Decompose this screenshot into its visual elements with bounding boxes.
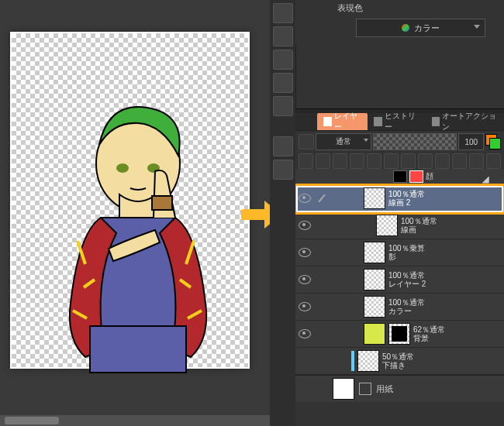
layer-mode: 100％通常 <box>388 190 425 199</box>
tool-button[interactable] <box>273 26 293 46</box>
layers-list: 顔 100％通常線画 2 <box>295 169 504 426</box>
layer-mode: 62％通常 <box>413 325 445 335</box>
layer-name: 線画 <box>401 225 437 235</box>
layers-panel: レイヤー ヒストリー オートアクション 通常 100 <box>295 113 504 426</box>
autoaction-icon <box>432 117 440 126</box>
dropdown-value: カラー <box>414 22 440 34</box>
canvas-scrollbar-horizontal[interactable] <box>0 415 270 426</box>
toolbar-button[interactable] <box>367 153 381 169</box>
layer-thumbnail <box>364 269 385 290</box>
layer-mode: 100％通常 <box>401 217 437 226</box>
layer-mode: 100％通常 <box>388 298 425 307</box>
svg-rect-3 <box>152 196 172 210</box>
layer-row[interactable]: 100％乗算影 <box>295 239 504 266</box>
layer-palette-button[interactable] <box>299 134 314 149</box>
visibility-toggle[interactable] <box>295 221 314 230</box>
layer-effect-icon[interactable]: ◢ <box>482 174 498 190</box>
layer-thumbnail <box>364 323 385 345</box>
blend-mode-dropdown[interactable]: 通常 <box>316 133 372 150</box>
layer-thumbnail <box>364 187 385 209</box>
layer-name: 背景 <box>413 334 445 343</box>
layer-thumbnail <box>364 296 385 318</box>
tool-button[interactable] <box>273 160 293 180</box>
tab-autoaction[interactable]: オートアクション <box>426 113 504 130</box>
layer-color-tag <box>351 351 354 371</box>
history-icon <box>374 117 382 126</box>
tool-button[interactable] <box>273 3 293 23</box>
edit-indicator <box>314 194 330 203</box>
visibility-toggle[interactable] <box>295 194 314 203</box>
layer-toolbar <box>295 153 504 170</box>
blend-row: 通常 100 <box>295 131 504 153</box>
layer-mode: 100％通常 <box>388 271 426 280</box>
expression-panel: 表現色 カラー <box>295 0 504 45</box>
eye-icon <box>299 248 311 257</box>
paper-swatch <box>333 378 354 400</box>
layer-mode: 100％乗算 <box>388 244 425 253</box>
chevron-down-icon <box>364 139 368 142</box>
eye-icon <box>299 275 311 284</box>
layer-thumbnail <box>364 242 385 263</box>
toolbar-button[interactable] <box>452 153 467 169</box>
layer-row[interactable]: 100％通常線画 2 <box>295 185 504 212</box>
artwork-character <box>39 94 236 380</box>
paper-layer[interactable]: 用紙 <box>295 375 504 402</box>
eye-icon <box>299 329 311 338</box>
layer-name: 下描き <box>382 361 414 370</box>
panel-tabbar: レイヤー ヒストリー オートアクション <box>295 113 504 131</box>
layer-thumbnail <box>393 170 407 183</box>
color-swatches[interactable] <box>485 134 501 149</box>
layer-thumbnail <box>357 350 379 372</box>
vertical-toolbar <box>270 0 296 426</box>
canvas-area <box>0 0 270 426</box>
tool-button[interactable] <box>273 136 293 156</box>
tool-button[interactable] <box>273 73 293 93</box>
opacity-value[interactable]: 100 <box>458 133 484 150</box>
paper-label: 用紙 <box>376 383 393 395</box>
toolbar-button[interactable] <box>469 153 484 169</box>
layer-name: 顔 <box>426 172 433 181</box>
toolbar-button[interactable] <box>333 153 347 169</box>
toolbar-button[interactable] <box>350 153 364 169</box>
layer-mask-thumbnail <box>388 323 410 345</box>
tool-button[interactable] <box>273 50 293 70</box>
svg-point-1 <box>116 163 129 173</box>
paper-icon <box>359 383 371 395</box>
toolbar-button[interactable] <box>299 153 313 169</box>
visibility-toggle[interactable] <box>295 329 314 338</box>
layer-row[interactable]: 顔 <box>295 169 504 185</box>
eye-icon <box>299 194 311 203</box>
layer-row[interactable]: 100％通常線画 <box>295 212 504 239</box>
toolbar-button[interactable] <box>418 153 433 169</box>
expression-label: 表現色 <box>337 2 363 14</box>
layer-name: レイヤー 2 <box>388 280 426 289</box>
toolbar-button[interactable] <box>384 153 399 169</box>
toolbar-button[interactable] <box>316 153 330 169</box>
expression-color-dropdown[interactable]: カラー <box>356 19 485 37</box>
layer-row[interactable]: 50％通常下描き ◢ <box>295 348 504 375</box>
opacity-slider[interactable] <box>373 133 457 150</box>
svg-rect-4 <box>90 326 186 373</box>
canvas[interactable] <box>10 32 250 369</box>
toolbar-button[interactable] <box>401 153 416 169</box>
visibility-toggle[interactable] <box>295 302 314 311</box>
layer-row[interactable]: 62％通常背景 ◢ <box>295 321 504 348</box>
tab-history[interactable]: ヒストリー <box>368 113 425 130</box>
color-wheel-icon <box>402 24 409 32</box>
visibility-toggle[interactable] <box>295 248 314 257</box>
toolbar-button[interactable] <box>486 153 501 169</box>
eye-icon <box>299 302 311 311</box>
layer-mode: 50％通常 <box>382 352 414 362</box>
layer-thumbnail <box>376 215 398 236</box>
layer-row[interactable]: 100％通常レイヤー 2 <box>295 266 504 294</box>
chevron-down-icon <box>474 25 480 29</box>
layer-mask-thumbnail <box>409 170 423 183</box>
layer-row[interactable]: 100％通常カラー <box>295 294 504 321</box>
visibility-toggle[interactable] <box>295 275 314 284</box>
tab-layers[interactable]: レイヤー <box>317 113 368 130</box>
toolbar-button[interactable] <box>435 153 450 169</box>
pen-icon <box>318 194 325 202</box>
tool-button[interactable] <box>273 96 293 116</box>
eye-icon <box>299 221 311 230</box>
layers-icon <box>323 117 332 126</box>
